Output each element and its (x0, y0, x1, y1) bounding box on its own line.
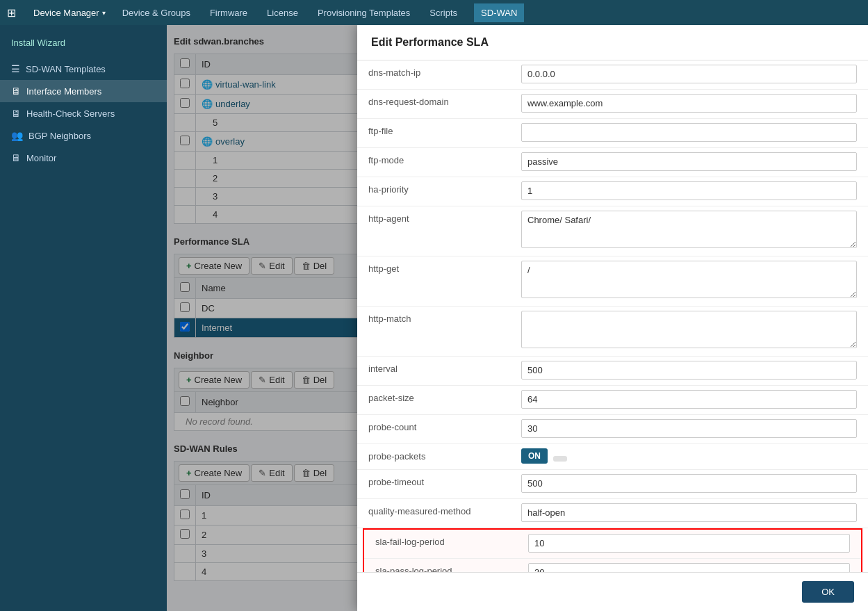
nav-scripts[interactable]: Scripts (427, 8, 460, 18)
nav-license[interactable]: License (264, 8, 301, 18)
probe-packets-on-toggle[interactable]: ON (521, 448, 548, 464)
sidebar-item-health-check[interactable]: 🖥 Health-Check Servers (0, 102, 167, 124)
sidebar: Install Wizard ☰ SD-WAN Templates 🖥 Inte… (0, 25, 167, 611)
http-match-input[interactable] (521, 311, 857, 348)
sidebar-label-sdwan-templates: SD-WAN Templates (26, 64, 106, 74)
modal: Edit Performance SLA dns-match-ip (357, 25, 868, 611)
form-table: dns-match-ip dns-request-domain (357, 60, 868, 528)
nav-provisioning[interactable]: Provisioning Templates (315, 8, 413, 18)
field-value (510, 357, 868, 386)
form-row-dns-request-domain: dns-request-domain (357, 90, 868, 119)
field-value (517, 530, 861, 559)
probe-timeout-input[interactable] (521, 474, 857, 493)
ha-priority-input[interactable] (521, 181, 857, 200)
form-row-http-match: http-match (357, 307, 868, 357)
field-value (510, 60, 868, 90)
interval-input[interactable] (521, 361, 857, 380)
nav-firmware[interactable]: Firmware (207, 8, 250, 18)
field-value (510, 148, 868, 177)
field-label: dns-request-domain (357, 90, 510, 119)
probe-packets-off-toggle[interactable] (553, 456, 567, 462)
monitor-icon: 🖥 (11, 152, 21, 163)
sidebar-item-monitor[interactable]: 🖥 Monitor (0, 147, 167, 169)
sidebar-install-wizard[interactable]: Install Wizard (0, 31, 167, 55)
modal-footer: OK (357, 572, 868, 611)
form-row-probe-count: probe-count (357, 415, 868, 444)
field-label: interval (357, 357, 510, 386)
interface-members-icon: 🖥 (11, 85, 21, 97)
probe-count-input[interactable] (521, 419, 857, 438)
ftp-file-input[interactable] (521, 123, 857, 142)
field-value (510, 90, 868, 119)
field-label: probe-timeout (357, 470, 510, 499)
highlight-form-table: sla-fail-log-period sla-pass-log-period (364, 530, 861, 572)
sdwan-templates-icon: ☰ (11, 63, 20, 74)
field-value (510, 119, 868, 148)
form-row-http-get: http-get / (357, 256, 868, 307)
field-value: / (510, 256, 868, 307)
sla-fail-log-period-input[interactable] (528, 534, 850, 553)
modal-overlay: Edit Performance SLA dns-match-ip (167, 25, 868, 611)
field-label: ha-priority (357, 177, 510, 206)
form-row-probe-packets: probe-packets ON (357, 444, 868, 470)
brand[interactable]: Device Manager ▾ (33, 8, 106, 18)
dns-request-domain-input[interactable] (521, 94, 857, 113)
http-get-input[interactable]: / (521, 261, 857, 298)
http-agent-input[interactable]: Chrome/ Safari/ (521, 211, 857, 248)
form-row-packet-size: packet-size (357, 386, 868, 415)
nav-sdwan[interactable]: SD-WAN (474, 3, 524, 22)
field-label: quality-measured-method (357, 499, 510, 528)
modal-body: dns-match-ip dns-request-domain (357, 60, 868, 572)
field-label: probe-count (357, 415, 510, 444)
field-value (517, 559, 861, 573)
field-label: http-get (357, 256, 510, 307)
field-label: sla-fail-log-period (364, 530, 517, 559)
form-row-ftp-file: ftp-file (357, 119, 868, 148)
sidebar-section: ☰ SD-WAN Templates 🖥 Interface Members 🖥… (0, 58, 167, 169)
field-value (510, 386, 868, 415)
field-label: ftp-file (357, 119, 510, 148)
sidebar-label-bgp: BGP Neighbors (28, 131, 91, 141)
form-row-sla-pass-log-period: sla-pass-log-period (364, 559, 861, 573)
field-label: dns-match-ip (357, 60, 510, 90)
form-row-interval: interval (357, 357, 868, 386)
form-row-sla-fail-log-period: sla-fail-log-period (364, 530, 861, 559)
sidebar-label-interface-members: Interface Members (26, 86, 101, 97)
brand-chevron-icon: ▾ (102, 9, 106, 17)
field-value (510, 307, 868, 357)
form-row-dns-match-ip: dns-match-ip (357, 60, 868, 90)
ok-button[interactable]: OK (802, 581, 854, 603)
field-value (510, 177, 868, 206)
form-row-quality-measured-method: quality-measured-method (357, 499, 868, 528)
field-value (510, 499, 868, 528)
form-row-ha-priority: ha-priority (357, 177, 868, 206)
ftp-mode-input[interactable] (521, 152, 857, 171)
field-label: ftp-mode (357, 148, 510, 177)
field-value (510, 415, 868, 444)
sidebar-item-bgp[interactable]: 👥 BGP Neighbors (0, 124, 167, 147)
field-value (510, 470, 868, 499)
form-row-ftp-mode: ftp-mode (357, 148, 868, 177)
field-label: probe-packets (357, 444, 510, 470)
field-label: packet-size (357, 386, 510, 415)
top-nav: ⊞ Device Manager ▾ Device & Groups Firmw… (0, 0, 868, 25)
bgp-icon: 👥 (11, 130, 23, 141)
main-layout: Install Wizard ☰ SD-WAN Templates 🖥 Inte… (0, 25, 868, 611)
sla-pass-log-period-input[interactable] (528, 563, 850, 572)
packet-size-input[interactable] (521, 390, 857, 409)
sidebar-item-sdwan-templates[interactable]: ☰ SD-WAN Templates (0, 58, 167, 80)
app-grid-icon[interactable]: ⊞ (7, 6, 16, 19)
field-label: http-agent (357, 206, 510, 256)
content-area: Edit sdwan.branches ID 🌐virtual-wan-link (167, 25, 868, 611)
quality-measured-method-input[interactable] (521, 503, 857, 522)
field-label: http-match (357, 307, 510, 357)
sidebar-label-monitor: Monitor (26, 153, 56, 163)
highlight-box: sla-fail-log-period sla-pass-log-period (363, 528, 862, 572)
sidebar-item-interface-members[interactable]: 🖥 Interface Members (0, 80, 167, 102)
modal-header: Edit Performance SLA (357, 25, 868, 60)
field-value: Chrome/ Safari/ (510, 206, 868, 256)
sidebar-label-health-check: Health-Check Servers (26, 108, 115, 119)
dns-match-ip-input[interactable] (521, 65, 857, 83)
nav-device-groups[interactable]: Device & Groups (120, 8, 193, 18)
form-row-http-agent: http-agent Chrome/ Safari/ (357, 206, 868, 256)
